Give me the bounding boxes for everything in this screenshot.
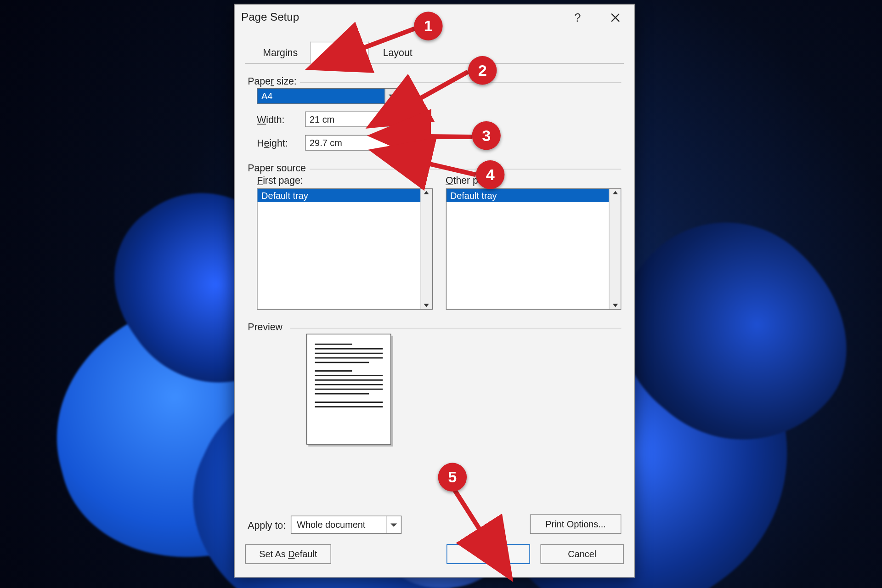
callout-3: 3 <box>472 121 500 150</box>
callout-1: 1 <box>414 12 442 40</box>
callout-4: 4 <box>476 160 504 189</box>
callout-5: 5 <box>438 463 467 492</box>
svg-line-2 <box>417 136 472 137</box>
svg-line-1 <box>409 72 468 104</box>
svg-line-4 <box>453 487 486 540</box>
arrow-icon <box>0 0 652 587</box>
svg-line-3 <box>417 161 476 175</box>
svg-line-0 <box>352 28 414 52</box>
callout-2: 2 <box>468 56 497 85</box>
